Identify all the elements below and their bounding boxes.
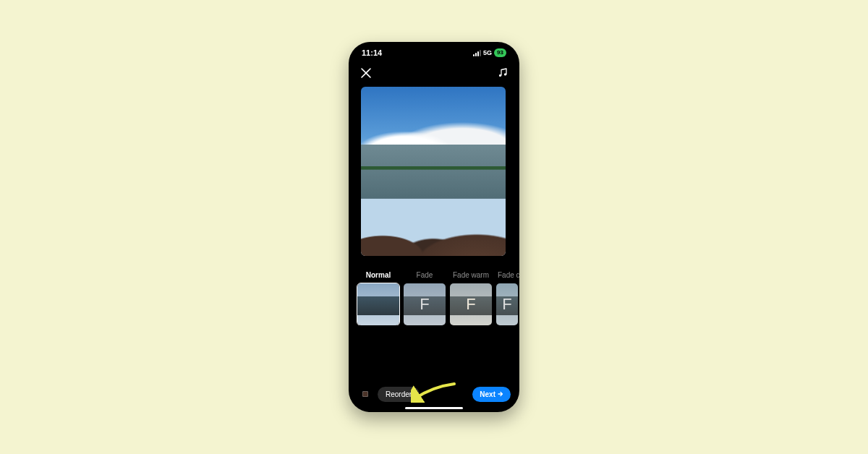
network-label: 5G [483,49,492,56]
filter-normal[interactable]: Normal [357,270,399,325]
bottom-bar: Reorder Next [349,386,519,402]
next-button[interactable]: Next [472,387,511,402]
top-action-row [349,62,519,84]
filter-label: Fade warm [450,270,492,280]
carousel-current-photo[interactable] [361,87,506,256]
carousel-next-peek[interactable] [508,87,518,256]
reorder-button[interactable]: Reorder [378,387,420,402]
phone-frame: 11:14 5G 93 [349,42,519,412]
filter-label: Fade [404,270,446,280]
filter-label: Normal [357,270,399,280]
close-icon[interactable] [359,66,373,80]
filter-thumb [357,283,399,325]
status-right: 5G 93 [473,48,506,57]
filter-thumb: F [404,283,446,325]
filter-fade-cool[interactable]: Fade cool F [496,270,518,325]
filter-letter: F [404,283,446,325]
screenshot-stage: 11:14 5G 93 [0,0,868,454]
carousel-prev-peek[interactable] [349,87,359,256]
filter-thumb: F [450,283,492,325]
next-label: Next [480,390,495,398]
battery-icon: 93 [494,48,506,57]
filter-letter: F [450,283,492,325]
filter-fade[interactable]: Fade F [404,270,446,325]
music-icon[interactable] [495,66,509,80]
signal-icon [473,50,481,56]
photo-carousel[interactable] [349,87,519,256]
gallery-picker-button[interactable] [357,386,373,402]
filter-strip[interactable]: Normal Fade F Fade warm F Fade cool F [349,270,519,325]
filter-fade-warm[interactable]: Fade warm F [450,270,492,325]
filter-letter: F [496,283,518,325]
status-time: 11:14 [362,48,382,57]
arrow-right-icon [498,391,503,397]
home-indicator [405,407,463,409]
status-bar: 11:14 5G 93 [349,42,519,62]
filter-label: Fade cool [496,270,518,280]
filter-thumb: F [496,283,518,325]
